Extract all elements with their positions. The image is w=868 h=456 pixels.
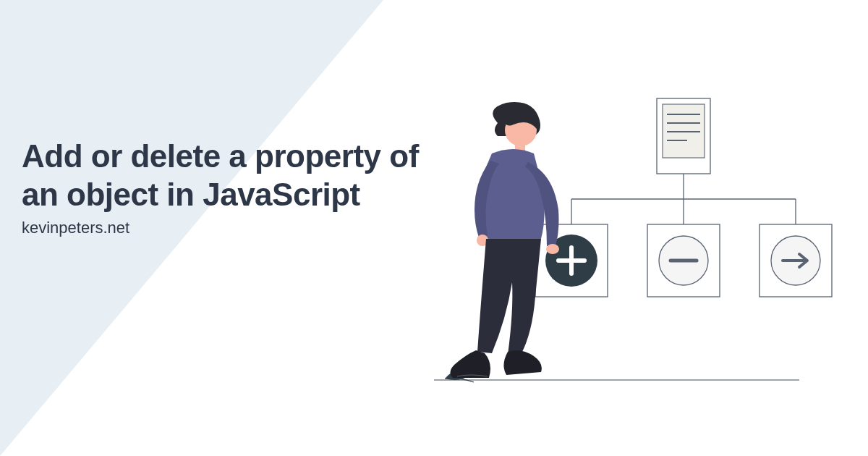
headline-block: Add or delete a property of an object in… xyxy=(22,138,430,237)
document-icon xyxy=(657,98,710,174)
tree-node-plus xyxy=(535,224,608,297)
svg-point-22 xyxy=(546,244,559,254)
tree-node-minus xyxy=(647,224,720,297)
tree-node-arrow xyxy=(760,224,832,297)
site-name: kevinpeters.net xyxy=(22,219,430,237)
page-title: Add or delete a property of an object in… xyxy=(22,138,430,214)
hero-illustration xyxy=(405,94,854,405)
tree-diagram xyxy=(535,98,832,297)
